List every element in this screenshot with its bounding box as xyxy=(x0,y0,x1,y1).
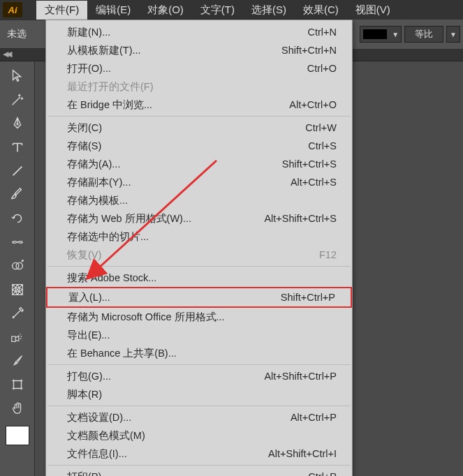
menu-label: 最近打开的文件(F) xyxy=(67,79,154,94)
mesh-tool[interactable] xyxy=(6,279,29,300)
menu-file-info[interactable]: 文件信息(I)...Alt+Shift+Ctrl+I xyxy=(46,445,352,463)
artboard-tool[interactable] xyxy=(6,374,29,395)
menu-label: 存储为 Microsoft Office 所用格式... xyxy=(67,309,225,325)
menu-shortcut: Alt+Ctrl+P xyxy=(291,410,337,425)
menu-revert: 恢复(V)F12 xyxy=(46,246,352,264)
menu-separator xyxy=(47,266,351,267)
svg-point-1 xyxy=(16,262,22,269)
menu-label: 文档设置(D)... xyxy=(67,410,131,425)
menu-shortcut: Alt+Ctrl+S xyxy=(291,174,337,190)
eyedropper-tool[interactable] xyxy=(6,303,29,324)
paintbrush-tool[interactable] xyxy=(6,184,29,205)
menu-open[interactable]: 打开(O)...Ctrl+O xyxy=(46,59,352,77)
menu-save-for-ms-office[interactable]: 存储为 Microsoft Office 所用格式... xyxy=(46,308,352,326)
chevron-down-icon: ▼ xyxy=(390,31,401,38)
selection-tool[interactable] xyxy=(6,66,29,87)
menu-print[interactable]: 打印(P)...Ctrl+P xyxy=(46,468,352,476)
menu-shortcut: Shift+Ctrl+P xyxy=(281,290,335,305)
shape-builder-tool[interactable] xyxy=(6,255,29,276)
menu-document-setup[interactable]: 文档设置(D)...Alt+Ctrl+P xyxy=(46,408,352,426)
menu-label: 打包(G)... xyxy=(67,369,111,384)
menu-save-as-template[interactable]: 存储为模板... xyxy=(46,191,352,209)
app-icon-text: Ai xyxy=(8,5,17,15)
file-menu-dropdown: 新建(N)...Ctrl+N 从模板新建(T)...Shift+Ctrl+N 打… xyxy=(45,20,353,476)
menu-label: 存储(S) xyxy=(67,138,101,154)
menu-shortcut: Shift+Ctrl+N xyxy=(281,43,337,58)
menu-separator xyxy=(47,116,351,117)
menu-shortcut: Ctrl+O xyxy=(307,61,337,76)
chevron-down-icon: ▼ xyxy=(447,31,460,38)
hand-tool[interactable] xyxy=(6,398,29,419)
menu-separator xyxy=(47,465,351,466)
menu-shortcut: Ctrl+P xyxy=(308,469,337,476)
menu-label: 在 Bridge 中浏览... xyxy=(67,97,152,112)
menu-label: 新建(N)... xyxy=(67,24,110,40)
no-selection-label: 未选 xyxy=(7,28,27,40)
menu-label: 脚本(R) xyxy=(67,387,102,402)
menu-object[interactable]: 对象(O) xyxy=(139,1,192,20)
width-tool[interactable] xyxy=(6,232,29,253)
scale-combo-label: 等比 xyxy=(415,28,433,40)
menu-search-adobe-stock[interactable]: 搜索 Adobe Stock... xyxy=(46,269,352,287)
menu-label: 文件信息(I)... xyxy=(67,446,127,461)
menu-file[interactable]: 文件(F) xyxy=(36,1,87,20)
menu-label: 置入(L)... xyxy=(68,290,110,305)
menu-browse-in-bridge[interactable]: 在 Bridge 中浏览...Alt+Ctrl+O xyxy=(46,96,352,114)
menu-label: 搜索 Adobe Stock... xyxy=(67,270,156,285)
scale-combo[interactable]: 等比 xyxy=(404,26,443,43)
menu-save-for-web[interactable]: 存储为 Web 所用格式(W)...Alt+Shift+Ctrl+S xyxy=(46,209,352,228)
options-right: ▼ 等比 ▼ xyxy=(351,20,463,49)
menu-save[interactable]: 存储(S)Ctrl+S xyxy=(46,137,352,155)
menu-type[interactable]: 文字(T) xyxy=(192,1,243,20)
menu-save-selected-slices[interactable]: 存储选中的切片... xyxy=(46,228,352,246)
menu-label: 存储为 Web 所用格式(W)... xyxy=(67,211,191,226)
slice-tool[interactable] xyxy=(6,350,29,371)
app-icon: Ai xyxy=(3,2,22,17)
menu-package[interactable]: 打包(G)...Alt+Shift+Ctrl+P xyxy=(46,367,352,385)
menu-new[interactable]: 新建(N)...Ctrl+N xyxy=(46,23,352,41)
menu-place[interactable]: 置入(L)...Shift+Ctrl+P xyxy=(46,287,352,308)
menu-document-color-mode[interactable]: 文档颜色模式(M) xyxy=(46,426,352,445)
menu-scripts[interactable]: 脚本(R) xyxy=(46,385,352,403)
menu-shortcut: F12 xyxy=(319,247,337,262)
pen-tool[interactable] xyxy=(6,113,29,134)
menu-view[interactable]: 视图(V) xyxy=(347,1,399,20)
menu-label: 存储为(A)... xyxy=(67,156,120,172)
menu-shortcut: Ctrl+W xyxy=(305,120,337,135)
menu-share-on-behance[interactable]: 在 Behance 上共享(B)... xyxy=(46,344,352,362)
type-tool[interactable] xyxy=(6,137,29,158)
menu-label: 打开(O)... xyxy=(67,61,111,76)
stroke-swatch-combo[interactable]: ▼ xyxy=(360,26,402,43)
magic-wand-tool[interactable] xyxy=(6,89,29,110)
menu-label: 文档颜色模式(M) xyxy=(67,428,145,443)
menu-label: 存储副本(Y)... xyxy=(67,174,131,190)
menu-shortcut: Alt+Shift+Ctrl+I xyxy=(268,446,337,461)
menu-shortcut: Ctrl+S xyxy=(308,138,337,154)
rotate-tool[interactable] xyxy=(6,208,29,229)
menu-shortcut: Ctrl+N xyxy=(308,24,337,40)
menu-effect[interactable]: 效果(C) xyxy=(295,1,347,20)
tool-panel xyxy=(0,61,35,476)
menu-label: 在 Behance 上共享(B)... xyxy=(67,345,177,361)
menu-close[interactable]: 关闭(C)Ctrl+W xyxy=(46,119,352,137)
fill-swatch[interactable] xyxy=(6,426,29,445)
menu-save-as[interactable]: 存储为(A)...Shift+Ctrl+S xyxy=(46,155,352,173)
menu-shortcut: Alt+Ctrl+O xyxy=(289,97,337,112)
menu-label: 存储选中的切片... xyxy=(67,229,149,244)
collapse-arrows-icon[interactable]: ◀◀ xyxy=(3,50,10,59)
scale-combo-drop[interactable]: ▼ xyxy=(446,26,460,43)
menu-label: 导出(E)... xyxy=(67,327,110,343)
menu-shortcut: Alt+Shift+Ctrl+S xyxy=(264,211,337,226)
menu-separator xyxy=(47,406,351,406)
menu-edit[interactable]: 编辑(E) xyxy=(87,1,139,20)
stroke-swatch xyxy=(363,29,387,39)
menu-save-copy[interactable]: 存储副本(Y)...Alt+Ctrl+S xyxy=(46,173,352,191)
line-tool[interactable] xyxy=(6,161,29,181)
menu-export[interactable]: 导出(E)... xyxy=(46,326,352,344)
symbol-sprayer-tool[interactable] xyxy=(6,327,29,348)
menu-shortcut: Alt+Shift+Ctrl+P xyxy=(264,369,337,384)
menu-select[interactable]: 选择(S) xyxy=(243,1,295,20)
menu-open-recent: 最近打开的文件(F) xyxy=(46,77,352,96)
menu-label: 打印(P)... xyxy=(67,469,110,476)
menu-new-from-template[interactable]: 从模板新建(T)...Shift+Ctrl+N xyxy=(46,41,352,59)
